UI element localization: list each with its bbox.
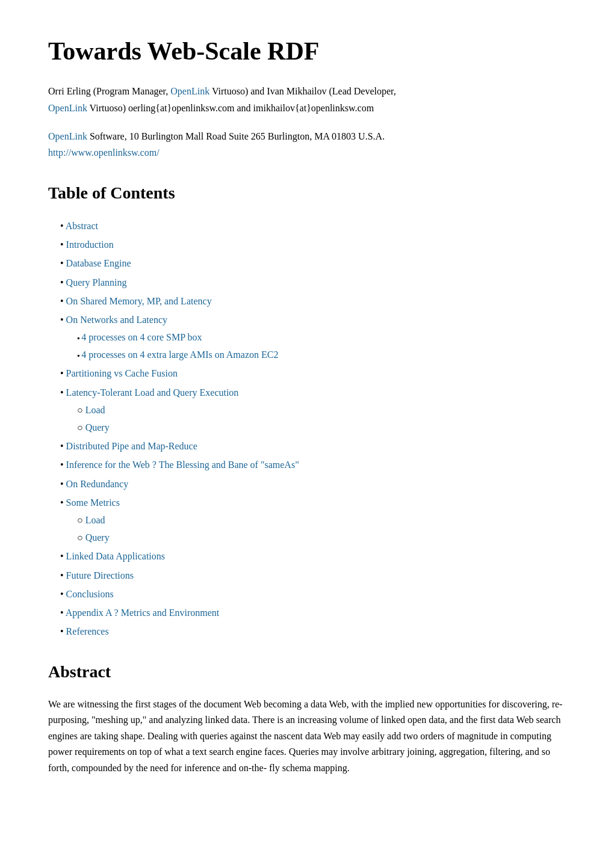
- toc-item: Query Planning: [60, 274, 566, 291]
- toc-sub-link[interactable]: Load: [85, 515, 105, 525]
- toc-link[interactable]: Appendix A ? Metrics and Environment: [66, 608, 220, 618]
- toc-link[interactable]: Abstract: [66, 221, 98, 231]
- toc-link[interactable]: Latency-Tolerant Load and Query Executio…: [66, 387, 239, 398]
- address-block: OpenLink Software, 10 Burlington Mall Ro…: [48, 128, 566, 161]
- toc-link[interactable]: On Networks and Latency: [66, 315, 167, 325]
- toc-link[interactable]: Query Planning: [66, 277, 127, 288]
- toc-sub-item: Load: [77, 402, 566, 418]
- toc-item: Appendix A ? Metrics and Environment: [60, 605, 566, 621]
- toc-item: Inference for the Web ? The Blessing and…: [60, 457, 566, 473]
- toc-sub-link[interactable]: Load: [85, 405, 105, 415]
- authors-block: Orri Erling (Program Manager, OpenLink V…: [48, 83, 566, 115]
- address-text-content: Software, 10 Burlington Mall Road Suite …: [90, 131, 385, 141]
- toc-sub-item: 4 processes on 4 core SMP box: [77, 329, 566, 345]
- authors-text-1b-content: Virtuoso) and Ivan Mikhailov (Lead Devel…: [212, 86, 396, 96]
- address-url-link[interactable]: http://www.openlinksw.com/: [48, 147, 160, 158]
- abstract-text: We are witnessing the first stages of th…: [48, 697, 566, 776]
- authors-text-1: Orri Erling (Program Manager,: [48, 86, 168, 96]
- toc-item: Linked Data Applications: [60, 548, 566, 564]
- toc-sub-link[interactable]: 4 processes on 4 extra large AMIs on Ama…: [81, 349, 278, 360]
- toc-sub-item: 4 processes on 4 extra large AMIs on Ama…: [77, 346, 566, 363]
- toc-sublist: 4 processes on 4 core SMP box4 processes…: [77, 329, 566, 363]
- toc-link[interactable]: References: [66, 626, 109, 636]
- toc-item: References: [60, 623, 566, 639]
- toc-sub-link[interactable]: Query: [85, 532, 110, 543]
- toc-link[interactable]: Database Engine: [66, 258, 131, 268]
- toc-sub-link[interactable]: Query: [85, 422, 110, 432]
- toc-sublist: LoadQuery: [77, 402, 566, 436]
- toc-list: AbstractIntroductionDatabase EngineQuery…: [60, 218, 566, 639]
- authors-text-2-content: Virtuoso) oerling{at}openlinksw.com and …: [90, 103, 374, 113]
- toc-item: Some MetricsLoadQuery: [60, 494, 566, 546]
- toc-item: Conclusions: [60, 586, 566, 602]
- toc-link[interactable]: Inference for the Web ? The Blessing and…: [66, 460, 299, 470]
- openlink-link-1[interactable]: OpenLink: [170, 86, 209, 96]
- toc-item: Introduction: [60, 236, 566, 253]
- toc-sub-item: Query: [77, 529, 566, 546]
- toc-item: Database Engine: [60, 255, 566, 271]
- toc-sub-item: Query: [77, 419, 566, 436]
- toc-item: Abstract: [60, 218, 566, 234]
- abstract-heading: Abstract: [48, 659, 566, 686]
- toc-link[interactable]: Linked Data Applications: [66, 551, 165, 561]
- toc-link[interactable]: Introduction: [66, 239, 114, 250]
- toc-link[interactable]: Partitioning vs Cache Fusion: [66, 368, 178, 378]
- toc-sub-link[interactable]: 4 processes on 4 core SMP box: [81, 332, 202, 342]
- toc-item: On Redundancy: [60, 476, 566, 492]
- openlink-address-link[interactable]: OpenLink: [48, 131, 87, 141]
- toc-link[interactable]: Conclusions: [66, 589, 114, 599]
- toc-item: Latency-Tolerant Load and Query Executio…: [60, 384, 566, 436]
- toc-item: On Networks and Latency4 processes on 4 …: [60, 312, 566, 363]
- toc-sub-item: Load: [77, 512, 566, 528]
- toc-link[interactable]: On Redundancy: [66, 479, 129, 489]
- page-title: Towards Web-Scale RDF: [48, 36, 566, 66]
- toc-link[interactable]: Some Metrics: [66, 497, 120, 508]
- openlink-link-2[interactable]: OpenLink: [48, 103, 87, 113]
- toc-sublist: LoadQuery: [77, 512, 566, 546]
- toc-item: On Shared Memory, MP, and Latency: [60, 293, 566, 309]
- toc-item: Future Directions: [60, 567, 566, 583]
- toc-item: Distributed Pipe and Map-Reduce: [60, 438, 566, 454]
- toc-link[interactable]: Future Directions: [66, 570, 134, 580]
- toc-item: Partitioning vs Cache Fusion: [60, 365, 566, 381]
- toc-link[interactable]: On Shared Memory, MP, and Latency: [66, 296, 212, 306]
- toc-link[interactable]: Distributed Pipe and Map-Reduce: [66, 441, 197, 451]
- toc-heading: Table of Contents: [48, 180, 566, 207]
